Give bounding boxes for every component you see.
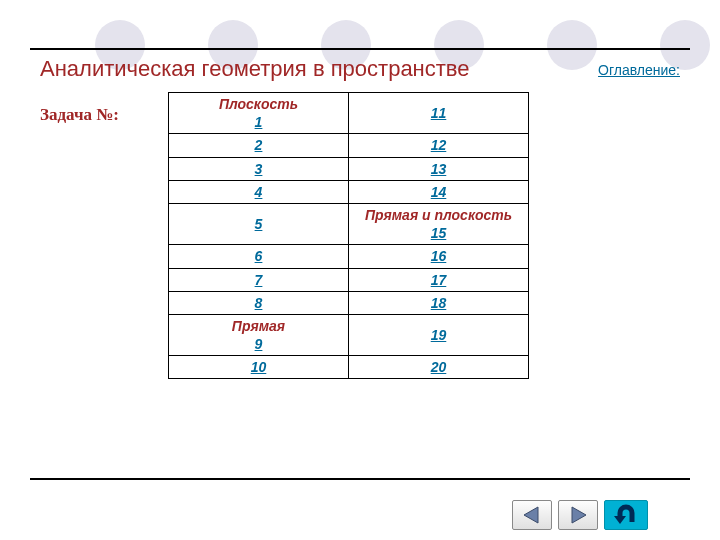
cell-caption: Прямая и плоскость <box>365 207 512 223</box>
task-link[interactable]: 20 <box>431 359 447 375</box>
table-row: 818 <box>169 291 529 314</box>
task-link[interactable]: 6 <box>255 248 263 264</box>
table-cell-left: 7 <box>169 268 349 291</box>
table-cell-right: 16 <box>349 245 529 268</box>
task-link[interactable]: 13 <box>431 161 447 177</box>
task-link[interactable]: 17 <box>431 272 447 288</box>
task-link[interactable]: 8 <box>255 295 263 311</box>
table-cell-right: 11 <box>349 93 529 134</box>
task-table: Плоскость1112123134145Прямая и плоскость… <box>168 92 529 379</box>
task-link[interactable]: 7 <box>255 272 263 288</box>
table-cell-right: 14 <box>349 180 529 203</box>
task-link[interactable]: 4 <box>255 184 263 200</box>
task-link[interactable]: 3 <box>255 161 263 177</box>
task-link[interactable]: 15 <box>431 225 447 241</box>
task-label: Задача №: <box>40 105 119 125</box>
table-cell-left: 6 <box>169 245 349 268</box>
task-link[interactable]: 2 <box>255 137 263 153</box>
table-cell-right: Прямая и плоскость15 <box>349 203 529 244</box>
triangle-left-icon <box>522 506 542 524</box>
svg-marker-0 <box>524 507 538 523</box>
task-link[interactable]: 16 <box>431 248 447 264</box>
task-link[interactable]: 5 <box>255 216 263 232</box>
table-row: 5Прямая и плоскость15 <box>169 203 529 244</box>
task-link[interactable]: 1 <box>255 114 263 130</box>
table-row: 313 <box>169 157 529 180</box>
table-cell-left: 10 <box>169 356 349 379</box>
table-row: Прямая919 <box>169 314 529 355</box>
table-cell-right: 13 <box>349 157 529 180</box>
page-title: Аналитическая геометрия в пространстве <box>40 56 470 82</box>
u-turn-icon <box>612 504 640 526</box>
table-row: Плоскость111 <box>169 93 529 134</box>
triangle-right-icon <box>568 506 588 524</box>
cell-caption: Прямая <box>232 318 285 334</box>
cell-caption: Плоскость <box>219 96 298 112</box>
nav-buttons <box>512 500 648 530</box>
toc-link[interactable]: Оглавление: <box>598 62 680 78</box>
svg-marker-2 <box>614 516 626 524</box>
header-rule <box>30 48 690 54</box>
table-cell-right: 12 <box>349 134 529 157</box>
table-cell-right: 20 <box>349 356 529 379</box>
slide: Аналитическая геометрия в пространстве О… <box>0 0 720 540</box>
table-row: 616 <box>169 245 529 268</box>
task-link[interactable]: 18 <box>431 295 447 311</box>
task-link[interactable]: 12 <box>431 137 447 153</box>
table-cell-left: 8 <box>169 291 349 314</box>
table-row: 1020 <box>169 356 529 379</box>
table-cell-right: 17 <box>349 268 529 291</box>
table-cell-left: Прямая9 <box>169 314 349 355</box>
table-cell-left: 3 <box>169 157 349 180</box>
table-cell-left: 4 <box>169 180 349 203</box>
circle-icon <box>547 20 597 70</box>
task-link[interactable]: 19 <box>431 327 447 343</box>
table-row: 212 <box>169 134 529 157</box>
task-link[interactable]: 9 <box>255 336 263 352</box>
table-cell-right: 19 <box>349 314 529 355</box>
footer-rule <box>30 478 690 480</box>
svg-marker-1 <box>572 507 586 523</box>
table-row: 717 <box>169 268 529 291</box>
table-row: 414 <box>169 180 529 203</box>
prev-button[interactable] <box>512 500 552 530</box>
table-cell-left: 2 <box>169 134 349 157</box>
task-link[interactable]: 10 <box>251 359 267 375</box>
table-cell-left: 5 <box>169 203 349 244</box>
table-cell-right: 18 <box>349 291 529 314</box>
next-button[interactable] <box>558 500 598 530</box>
table-cell-left: Плоскость1 <box>169 93 349 134</box>
task-link[interactable]: 11 <box>431 105 447 121</box>
task-link[interactable]: 14 <box>431 184 447 200</box>
return-button[interactable] <box>604 500 648 530</box>
